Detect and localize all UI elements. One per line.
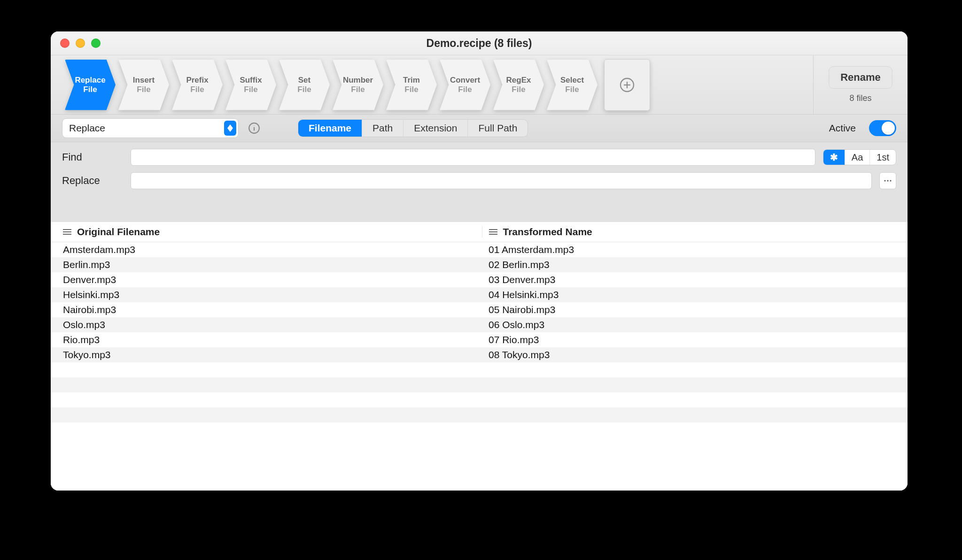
title-bar: Demo.recipe (8 files) [51,31,908,55]
action-tab-trim[interactable]: TrimFile [386,60,437,110]
scope-path-button[interactable]: Path [362,120,403,137]
action-tab-title: Suffix [240,76,262,85]
wildcard-option-button[interactable]: ✱ [823,150,845,165]
action-tab-subtitle: File [458,85,472,94]
reorder-icon[interactable] [63,229,71,235]
action-tab-title: Prefix [186,76,208,85]
action-tab-subtitle: File [351,85,365,94]
action-tab-title: Replace [75,76,105,85]
svg-point-9 [887,180,888,181]
original-filename-cell: Rio.mp3 [63,334,482,345]
replace-input[interactable] [131,172,872,189]
action-tab-subtitle: File [297,85,311,94]
table-body: Amsterdam.mp301 Amsterdam.mp3Berlin.mp30… [51,242,908,422]
rename-button[interactable]: Rename [829,66,892,89]
table-row[interactable]: Helsinki.mp304 Helsinki.mp3 [51,287,908,302]
table-row[interactable]: Nairobi.mp305 Nairobi.mp3 [51,302,908,317]
table-row[interactable]: Oslo.mp306 Oslo.mp3 [51,317,908,332]
files-table: Original Filename Transformed Name Amste… [51,222,908,491]
action-tab-title: Number [343,76,373,85]
original-filename-cell: Helsinki.mp3 [63,289,482,300]
transformed-name-cell: 07 Rio.mp3 [482,334,908,345]
action-tab-title: Set [298,76,310,85]
scope-filename-button[interactable]: Filename [298,120,362,137]
action-tab-regex[interactable]: RegExFile [493,60,544,110]
find-row: Find ✱ Aa 1st [62,149,896,166]
action-tab-replace[interactable]: ReplaceFile [65,60,116,110]
action-tab-subtitle: File [83,85,97,94]
action-tab-subtitle: File [404,85,418,94]
svg-marker-4 [227,128,233,132]
reorder-icon[interactable] [489,229,497,235]
settings-bar: Replace Filename Path Extension Full Pat… [51,115,908,142]
table-row[interactable]: Rio.mp307 Rio.mp3 [51,332,908,347]
transformed-name-cell: 04 Helsinki.mp3 [482,289,908,300]
action-tab-subtitle: File [565,85,579,94]
transformed-name-cell: 02 Berlin.mp3 [482,259,908,270]
svg-marker-3 [227,124,233,128]
first-only-option-button[interactable]: 1st [870,150,896,165]
action-tab-subtitle: File [137,85,150,94]
action-strip: ReplaceFileInsertFilePrefixFileSuffixFil… [51,55,908,115]
svg-point-7 [254,125,254,126]
svg-point-10 [890,180,891,181]
close-window-button[interactable] [60,38,70,48]
files-count-label: 8 files [849,93,871,103]
action-type-dropdown[interactable]: Replace [62,118,239,138]
action-tab-subtitle: File [244,85,257,94]
action-tab-suffix[interactable]: SuffixFile [225,60,276,110]
active-label: Active [829,123,856,134]
scope-segmented-control: Filename Path Extension Full Path [298,119,528,137]
traffic-lights [60,38,101,48]
find-options-group: ✱ Aa 1st [823,149,896,165]
table-row[interactable]: Denver.mp303 Denver.mp3 [51,272,908,287]
dropdown-value: Replace [69,123,105,134]
action-tab-title: Trim [403,76,420,85]
action-tab-select[interactable]: SelectFile [547,60,597,110]
replace-label: Replace [62,175,123,187]
table-row-empty [51,407,908,422]
action-tab-set[interactable]: SetFile [279,60,330,110]
table-row[interactable]: Amsterdam.mp301 Amsterdam.mp3 [51,242,908,257]
svg-point-8 [884,180,885,181]
transformed-name-cell: 05 Nairobi.mp3 [482,304,908,315]
action-tab-number[interactable]: NumberFile [333,60,383,110]
action-tab-subtitle: File [190,85,204,94]
transformed-name-cell: 01 Amsterdam.mp3 [482,244,908,255]
minimize-window-button[interactable] [76,38,85,48]
active-toggle[interactable] [869,120,896,136]
table-row[interactable]: Berlin.mp302 Berlin.mp3 [51,257,908,272]
original-filename-cell: Oslo.mp3 [63,319,482,330]
action-tab-title: Select [560,76,584,85]
action-tab-convert[interactable]: ConvertFile [440,60,490,110]
find-label: Find [62,151,123,163]
add-action-button[interactable] [604,59,650,111]
zoom-window-button[interactable] [91,38,101,48]
transformed-name-cell: 06 Oslo.mp3 [482,319,908,330]
case-option-button[interactable]: Aa [845,150,870,165]
action-tab-insert[interactable]: InsertFile [118,60,169,110]
rename-panel: Rename 8 files [813,55,908,114]
replace-row: Replace [62,172,896,189]
action-tab-prefix[interactable]: PrefixFile [172,60,223,110]
find-input[interactable] [131,149,815,166]
info-button[interactable] [247,121,261,135]
more-options-button[interactable] [879,172,896,189]
original-filename-cell: Nairobi.mp3 [63,304,482,315]
table-row-empty [51,377,908,392]
scope-extension-button[interactable]: Extension [403,120,468,137]
action-tab-subtitle: File [512,85,525,94]
column-original-header[interactable]: Original Filename [77,226,160,238]
window-title: Demo.recipe (8 files) [51,37,908,50]
table-row-empty [51,392,908,407]
form-area: Find ✱ Aa 1st Replace [51,142,908,222]
table-row-empty [51,362,908,377]
transformed-name-cell: 08 Tokyo.mp3 [482,349,908,361]
column-transformed-header[interactable]: Transformed Name [503,226,592,238]
action-tab-title: Insert [133,76,155,85]
action-tab-title: Convert [450,76,480,85]
table-header: Original Filename Transformed Name [51,222,908,242]
app-window: Demo.recipe (8 files) ReplaceFileInsertF… [51,31,908,491]
table-row[interactable]: Tokyo.mp308 Tokyo.mp3 [51,347,908,362]
scope-fullpath-button[interactable]: Full Path [468,120,528,137]
